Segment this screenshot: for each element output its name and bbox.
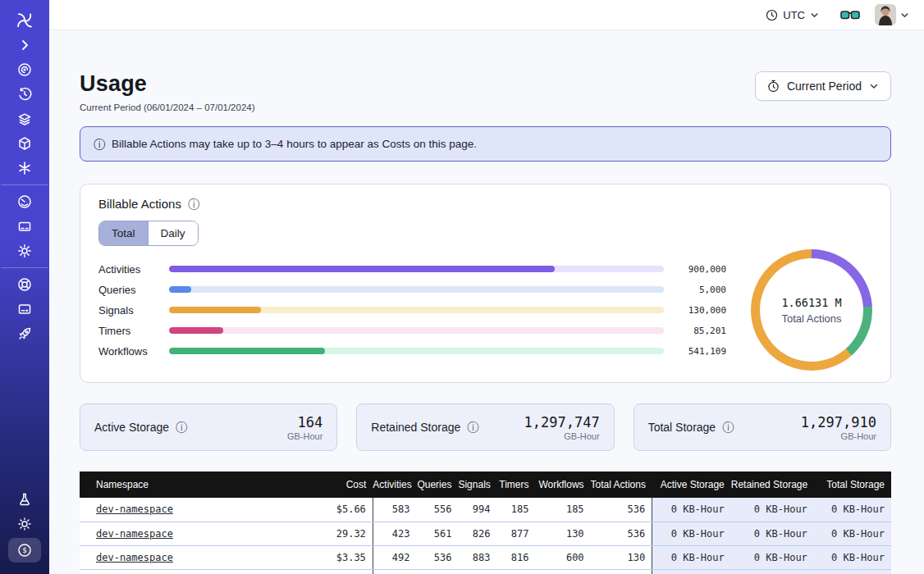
info-icon[interactable]: ⓘ [467,421,478,433]
bar-track [169,348,664,354]
avatar[interactable] [875,4,896,25]
total-storage-label: Total Storage [648,421,716,434]
bar-category-label: Queries [98,284,164,296]
monitor-icon[interactable] [11,298,39,320]
value-cell: 883 [458,545,496,569]
bar-row: Queries 5,000 [98,284,726,296]
info-banner-text: Billable Actions may take up to 3–4 hour… [112,138,477,150]
bar-value-label: 900,000 [675,264,726,275]
asterisk-icon[interactable] [11,157,39,179]
total-storage-value: 1,297,910 [801,414,876,430]
value-cell: 185 [496,498,535,522]
active-storage-value: 164 [287,414,322,430]
bar-row: Workflows 541,109 [98,345,726,358]
value-cell: 185 [536,498,591,522]
topbar: UTC [49,0,924,30]
bar-row: Signals 130,000 [98,304,726,317]
info-icon: ⓘ [94,139,105,150]
column-header: Cost [289,472,373,498]
donut-center: 1.66131 M Total Actions [760,258,863,362]
tab-daily[interactable]: Daily [148,221,198,245]
period-selector-label: Current Period [787,80,862,93]
bar-category-label: Signals [98,304,164,317]
namespace-link[interactable]: dev-namespace [96,528,173,540]
total-actions-value: 1.66131 M [781,296,841,309]
layers-icon[interactable] [11,108,39,130]
cube-icon[interactable] [11,133,39,154]
billable-actions-title: Billable Actions [98,197,181,211]
value-cell: $5.66 [289,498,373,522]
storage-summary-row: Active Storage ⓘ 164 GB-Hour Retained St… [80,403,891,451]
glasses-icon[interactable] [839,7,862,23]
temporal-logo-icon[interactable] [11,10,39,31]
billable-actions-bar-chart: Activities 900,000 Queries 5,000 Signals… [98,263,726,358]
namespace-link[interactable]: dev-namespace [96,552,173,563]
sun-icon[interactable] [11,513,39,535]
timezone-dropdown[interactable]: UTC [761,6,824,25]
total-daily-toggle: Total Daily [98,221,199,246]
info-icon[interactable]: ⓘ [188,198,199,210]
billable-actions-card: Billable Actions ⓘ Total Daily Activitie… [80,184,891,383]
flask-icon[interactable] [11,489,39,510]
column-header: Namespace [80,472,289,498]
dollar-coin-icon[interactable]: $ [8,538,41,563]
table-row: dev-namespace29.324235618268771305360 KB… [80,522,891,545]
bar-category-label: Activities [98,263,164,276]
value-cell: 536 [591,498,652,522]
period-selector-button[interactable]: Current Period [755,71,891,101]
history-clock-icon[interactable] [11,84,39,105]
value-cell: 0 KB-Hour [652,545,731,569]
value-cell: 536 [591,522,652,545]
chevron-down-icon [810,11,819,20]
life-ring-icon[interactable] [11,274,39,295]
chevron-down-icon [900,11,909,20]
chevron-down-icon [869,81,879,91]
bar-category-label: Workflows [98,345,164,358]
table-header-row: NamespaceCostActivitiesQueriesSignalsTim… [80,472,891,498]
info-icon[interactable]: ⓘ [722,421,734,433]
value-cell: 826 [458,522,496,545]
bar-row: Activities 900,000 [98,263,726,276]
bar-track [169,307,664,313]
donut-ring: 1.66131 M Total Actions [751,249,872,371]
bar-value-label: 541,109 [675,346,726,357]
value-cell: 536 [416,545,458,569]
table-row: dev-namespace$5.665835569941851855360 KB… [80,498,891,522]
swirl-icon[interactable] [11,59,39,80]
value-cell: 561 [416,522,458,545]
value-cell: 130 [591,545,652,569]
column-header: Queries [416,472,458,498]
gauge-icon[interactable] [11,191,39,212]
value-cell: 0 KB-Hour [814,545,891,569]
user-menu[interactable] [875,4,909,25]
page-title: Usage [80,71,255,97]
bar-category-label: Timers [98,325,164,337]
bar-value-label: 130,000 [675,305,726,316]
value-cell: 0 KB-Hour [814,498,891,522]
bar-value-label: 85,201 [675,326,726,336]
active-storage-card: Active Storage ⓘ 164 GB-Hour [80,403,337,451]
rocket-icon[interactable] [11,323,39,344]
bar-track [169,327,664,334]
gear-icon[interactable] [11,240,39,262]
bar-row: Timers 85,201 [98,325,726,337]
info-banner: ⓘ Billable Actions may take up to 3–4 ho… [80,126,891,162]
value-cell: 583 [373,498,416,522]
bar-track [169,266,664,272]
bar-fill [169,286,191,293]
page-subtitle: Current Period (06/01/2024 – 07/01/2024) [80,102,255,112]
info-icon[interactable]: ⓘ [176,421,187,433]
column-header: Timers [496,472,535,498]
namespace-link[interactable]: dev-namespace [96,503,173,515]
card-icon[interactable] [11,216,39,237]
namespace-cell: dev-namespace [80,545,289,569]
column-header: Active Storage [652,472,731,498]
chevron-right-icon[interactable] [11,34,39,56]
column-header: Activities [373,472,416,498]
main-content: Usage Current Period (06/01/2024 – 07/01… [49,30,924,574]
tab-total[interactable]: Total [99,221,148,245]
value-cell: $3.35 [289,545,373,569]
value-cell: 877 [496,522,535,545]
bar-fill [169,266,555,272]
stopwatch-icon [767,80,780,93]
